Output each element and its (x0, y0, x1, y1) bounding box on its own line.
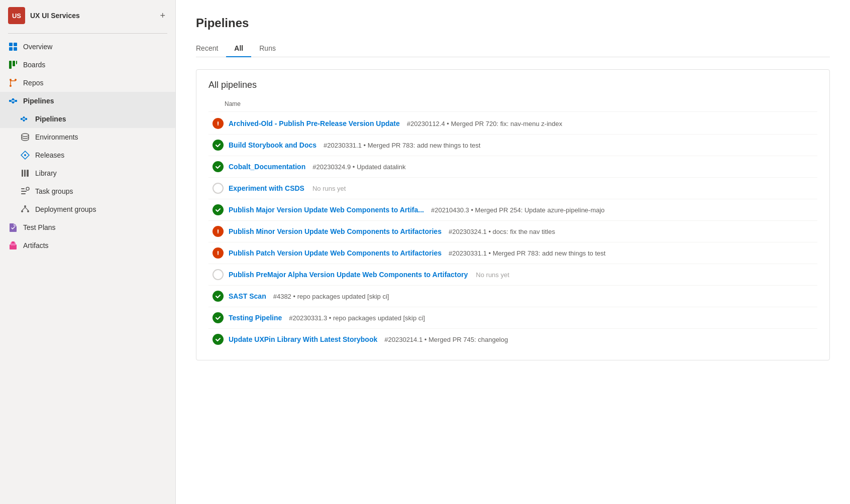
sidebar-item-pipelines[interactable]: Pipelines (0, 110, 175, 128)
svg-rect-4 (9, 61, 12, 69)
svg-line-41 (25, 207, 28, 210)
table-row: SAST Scan #4382 • repo packages updated … (208, 286, 817, 307)
repos-icon (8, 78, 18, 88)
svg-rect-44 (12, 241, 15, 243)
svg-rect-13 (12, 98, 14, 100)
overview-icon (8, 42, 18, 52)
org-avatar: US (8, 7, 25, 24)
svg-rect-12 (9, 100, 11, 102)
org-name: UX UI Services (30, 12, 158, 20)
svg-line-17 (11, 101, 12, 102)
svg-rect-15 (15, 100, 17, 102)
pipeline-name[interactable]: Publish Patch Version Update Web Compone… (229, 249, 442, 257)
svg-point-39 (27, 210, 29, 212)
status-neutral-icon (212, 269, 224, 280)
svg-rect-31 (24, 170, 26, 177)
svg-point-28 (22, 134, 29, 137)
tab-runs[interactable]: Runs (251, 40, 284, 57)
svg-line-19 (14, 101, 15, 102)
pipeline-name[interactable]: Testing Pipeline (229, 314, 282, 322)
table-row: Build Storybook and Docs #20230331.1 • M… (208, 135, 817, 156)
svg-rect-1 (14, 43, 17, 46)
boards-icon (8, 60, 18, 70)
svg-line-40 (22, 207, 25, 210)
sidebar-item-pipelines-parent[interactable]: Pipelines (0, 92, 175, 110)
tabs: Recent All Runs (196, 40, 830, 57)
svg-rect-30 (22, 170, 23, 177)
svg-rect-33 (21, 188, 25, 189)
pipeline-card-title: All pipelines (208, 80, 817, 90)
sidebar-item-overview[interactable]: Overview (0, 38, 175, 56)
pipeline-name[interactable]: Experiment with CSDS (229, 184, 304, 192)
sidebar-item-label: Task groups (35, 187, 73, 195)
sidebar-item-environments[interactable]: Environments (0, 128, 175, 146)
sidebar-item-deploymentgroups[interactable]: Deployment groups (0, 200, 175, 218)
table-row: Testing Pipeline #20230331.3 • repo pack… (208, 307, 817, 329)
sidebar-item-artifacts[interactable]: Artifacts (0, 236, 175, 255)
status-warning-icon (212, 226, 224, 237)
sidebar-item-label: Test Plans (23, 223, 56, 231)
sidebar-divider (8, 33, 167, 34)
page-title: Pipelines (196, 16, 830, 30)
status-success-icon (212, 291, 224, 302)
pipeline-name[interactable]: Publish Major Version Update Web Compone… (229, 206, 424, 214)
svg-point-8 (10, 85, 12, 87)
pipeline-meta: #4382 • repo packages updated [skip ci] (273, 293, 389, 300)
status-success-icon (212, 161, 224, 172)
add-project-button[interactable]: + (158, 9, 167, 23)
pipeline-list: Archived-Old - Publish Pre-Release Versi… (208, 113, 817, 350)
svg-rect-20 (21, 118, 22, 120)
library-icon (20, 168, 30, 178)
environments-icon (20, 132, 30, 142)
table-row: Publish Patch Version Update Web Compone… (208, 242, 817, 264)
svg-line-27 (25, 119, 26, 120)
sidebar-item-boards[interactable]: Boards (0, 56, 175, 74)
pipeline-name[interactable]: Cobalt_Documentation (229, 163, 305, 171)
pipeline-name[interactable]: Publish Minor Version Update Web Compone… (229, 227, 442, 235)
status-success-icon (212, 140, 224, 151)
sidebar-item-taskgroups[interactable]: Task groups (0, 182, 175, 200)
pipeline-meta: #20210430.3 • Merged PR 254: Update azur… (431, 206, 605, 214)
sidebar-item-repos[interactable]: Repos (0, 74, 175, 92)
pipeline-name[interactable]: Archived-Old - Publish Pre-Release Versi… (229, 119, 400, 128)
sidebar-item-label: Library (35, 169, 57, 177)
pipeline-name-header: Name (208, 98, 817, 112)
table-row: Cobalt_Documentation #20230324.9 • Updat… (208, 156, 817, 178)
pipeline-meta: #20230331.3 • repo packages updated [ski… (289, 314, 425, 322)
status-warning-icon (212, 247, 224, 259)
pipeline-name[interactable]: Update UXPin Library With Latest Storybo… (229, 335, 377, 343)
sidebar-item-releases[interactable]: Releases (0, 146, 175, 164)
table-row: Publish Major Version Update Web Compone… (208, 199, 817, 221)
sidebar-item-library[interactable]: Library (0, 164, 175, 182)
svg-rect-3 (14, 47, 17, 51)
pipeline-name[interactable]: SAST Scan (229, 292, 266, 300)
svg-point-36 (26, 187, 29, 190)
sidebar-item-label: Deployment groups (35, 205, 96, 213)
svg-rect-32 (27, 170, 29, 177)
pipeline-meta: #20230324.1 • docs: fix the nav titles (449, 228, 555, 235)
svg-line-18 (14, 99, 15, 101)
status-success-icon (212, 312, 224, 323)
svg-rect-35 (21, 193, 26, 194)
svg-point-48 (218, 232, 219, 233)
table-row: Archived-Old - Publish Pre-Release Versi… (208, 113, 817, 135)
svg-line-25 (22, 119, 23, 120)
pipeline-meta: #20230324.9 • Updated datalink (312, 163, 405, 171)
table-row: Publish Minor Version Update Web Compone… (208, 221, 817, 242)
pipeline-name[interactable]: Publish PreMajor Alpha Version Update We… (229, 271, 468, 279)
sidebar-item-label: Boards (23, 61, 45, 69)
svg-rect-34 (21, 191, 27, 192)
status-success-icon (212, 334, 224, 345)
pipeline-meta: #20230331.1 • Merged PR 783: add new thi… (324, 142, 480, 149)
pipeline-card: All pipelines Name Archived-Old - Publis… (196, 69, 830, 360)
svg-rect-5 (13, 61, 15, 66)
svg-rect-2 (9, 47, 13, 51)
svg-point-29 (24, 154, 26, 156)
tab-all[interactable]: All (226, 40, 251, 57)
sidebar-item-label: Pipelines (23, 97, 54, 105)
svg-rect-21 (23, 116, 25, 118)
pipeline-name[interactable]: Build Storybook and Docs (229, 141, 316, 149)
sidebar-item-testplans[interactable]: Test Plans (0, 218, 175, 236)
artifacts-icon (8, 240, 18, 250)
tab-recent[interactable]: Recent (196, 40, 226, 57)
